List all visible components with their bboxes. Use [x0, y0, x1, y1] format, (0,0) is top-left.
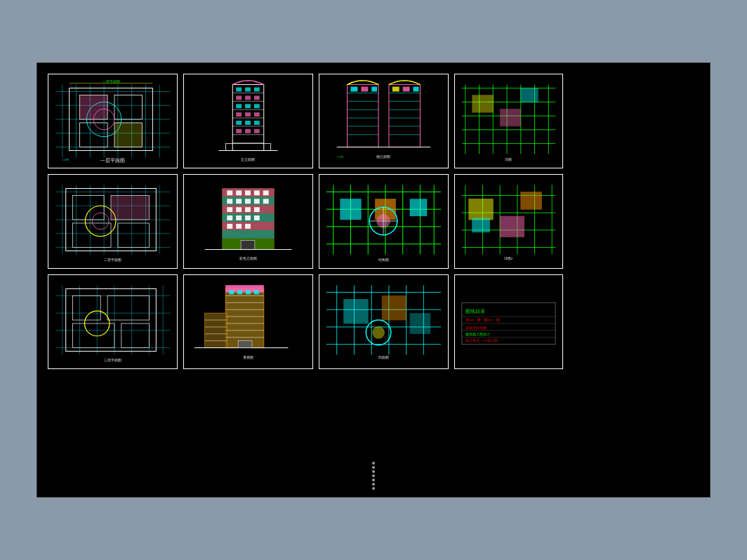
pagination-dot-6[interactable] [372, 483, 375, 486]
svg-rect-227 [254, 290, 259, 294]
drawing-cell-12[interactable]: 图纸目录 共×× 张 第×× 张 某多层住宅楼 建筑施工图设计 设计单位：××设… [454, 274, 563, 369]
main-canvas: 一层平面图 1:100 一层平面图 [37, 62, 710, 498]
svg-rect-139 [263, 199, 269, 204]
drawing-cell-8[interactable]: 详图2 [454, 174, 563, 269]
svg-rect-94 [500, 109, 521, 126]
svg-rect-142 [245, 207, 251, 212]
svg-rect-119 [111, 195, 149, 220]
svg-rect-98 [48, 178, 177, 265]
svg-rect-134 [263, 190, 269, 195]
drawing-label-1: 一层平面图 [48, 157, 177, 164]
svg-rect-76 [414, 87, 419, 92]
svg-rect-46 [254, 112, 260, 116]
pagination-dot-4[interactable] [372, 474, 375, 477]
svg-rect-244 [410, 313, 431, 334]
svg-rect-190 [48, 279, 177, 366]
pagination [372, 462, 375, 490]
svg-rect-73 [371, 87, 377, 92]
pagination-dot-2[interactable] [372, 466, 375, 469]
drawings-grid: 一层平面图 1:100 一层平面图 [48, 74, 699, 469]
svg-rect-48 [245, 121, 251, 125]
svg-rect-211 [205, 313, 227, 347]
svg-rect-38 [236, 95, 242, 100]
svg-rect-41 [236, 104, 242, 108]
svg-rect-128 [222, 230, 274, 239]
drawing-cell-11[interactable]: 剖面图 [319, 274, 449, 369]
drawing-cell-2[interactable]: 正立面图 [183, 74, 313, 168]
drawing-cell-5[interactable]: 二层平面图 [48, 174, 178, 269]
svg-rect-150 [245, 224, 251, 229]
pagination-dot-3[interactable] [372, 470, 375, 473]
svg-rect-146 [245, 215, 251, 220]
svg-rect-72 [361, 87, 368, 92]
svg-rect-138 [254, 199, 260, 204]
svg-rect-225 [237, 290, 242, 294]
svg-text:二层平面图: 二层平面图 [104, 258, 121, 262]
drawing-cell-7[interactable]: 结构图 [319, 174, 449, 269]
drawing-cell-6[interactable]: 彩色立面图 [183, 174, 313, 269]
svg-text:某多层住宅楼: 某多层住宅楼 [465, 326, 487, 330]
svg-rect-49 [254, 121, 260, 125]
svg-rect-95 [521, 88, 538, 102]
svg-rect-43 [254, 104, 260, 108]
svg-rect-144 [227, 215, 232, 220]
svg-rect-130 [227, 190, 232, 195]
svg-rect-50 [236, 129, 242, 133]
svg-text:图纸目录: 图纸目录 [465, 309, 485, 314]
svg-rect-168 [410, 199, 428, 216]
pagination-dot-1[interactable] [372, 462, 375, 465]
svg-rect-141 [236, 207, 242, 212]
svg-rect-40 [254, 95, 260, 100]
svg-rect-71 [351, 87, 358, 92]
svg-text:剖面图: 剖面图 [378, 355, 389, 359]
svg-rect-45 [245, 112, 251, 116]
svg-rect-132 [245, 190, 251, 195]
svg-rect-229 [238, 341, 252, 348]
svg-rect-145 [236, 215, 242, 220]
svg-rect-136 [236, 199, 242, 204]
drawing-cell-1[interactable]: 一层平面图 1:100 一层平面图 [48, 74, 178, 168]
svg-rect-226 [246, 290, 251, 294]
svg-rect-242 [344, 299, 369, 324]
svg-rect-137 [245, 199, 251, 204]
svg-rect-39 [245, 95, 251, 100]
svg-text:彩色立面图: 彩色立面图 [239, 256, 257, 260]
svg-text:一层平面图: 一层平面图 [103, 80, 120, 84]
svg-rect-56 [319, 78, 448, 165]
svg-text:正立面图: 正立面图 [241, 157, 255, 161]
svg-rect-36 [245, 88, 251, 92]
svg-text:1:100: 1:100 [337, 155, 343, 159]
pagination-dot-5[interactable] [372, 479, 375, 481]
svg-rect-148 [227, 224, 232, 229]
svg-text:结构图: 结构图 [378, 258, 389, 262]
drawing-cell-4[interactable]: 详图 [454, 74, 563, 168]
svg-text:共×× 张 第×× 张: 共×× 张 第×× 张 [465, 318, 500, 322]
svg-rect-21 [80, 95, 108, 119]
svg-rect-149 [236, 224, 242, 229]
svg-rect-151 [241, 241, 255, 250]
svg-rect-22 [114, 123, 143, 147]
svg-rect-131 [236, 190, 242, 195]
svg-rect-187 [472, 218, 490, 232]
svg-text:侧立面图: 侧立面图 [376, 154, 390, 159]
svg-rect-140 [227, 207, 232, 212]
svg-rect-185 [469, 199, 494, 220]
svg-rect-52 [254, 129, 260, 133]
svg-rect-188 [521, 192, 542, 210]
svg-rect-75 [403, 87, 410, 92]
svg-rect-210 [225, 289, 263, 348]
drawing-cell-10[interactable]: 透视图 [183, 274, 313, 369]
svg-rect-35 [236, 88, 242, 92]
svg-rect-243 [382, 295, 406, 320]
svg-rect-133 [254, 190, 260, 195]
drawing-cell-9[interactable]: 三层平面图 [48, 274, 178, 369]
pagination-dot-7[interactable] [372, 487, 375, 490]
svg-rect-135 [227, 199, 232, 204]
drawing-cell-3[interactable]: 侧立面图 1:100 [319, 74, 449, 168]
svg-rect-224 [229, 290, 234, 294]
svg-rect-44 [236, 112, 242, 116]
svg-text:详图2: 详图2 [504, 256, 513, 260]
svg-rect-37 [254, 88, 260, 92]
svg-text:详图: 详图 [505, 157, 512, 161]
svg-rect-47 [236, 121, 242, 125]
